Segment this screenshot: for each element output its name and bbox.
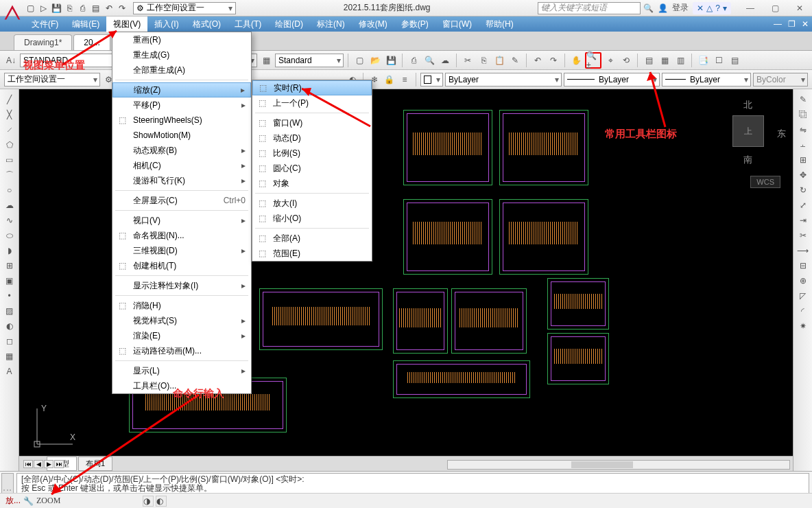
open-btn[interactable]: 📂: [368, 54, 382, 67]
tablestyle-icon[interactable]: ▦: [259, 54, 273, 67]
login-link[interactable]: 登录: [672, 2, 689, 14]
menu-item[interactable]: 漫游和飞行(K): [112, 173, 251, 188]
open-icon[interactable]: ▷: [38, 2, 49, 14]
menu-item[interactable]: 平移(P): [112, 97, 251, 113]
minimize-button[interactable]: —: [738, 0, 763, 16]
revcloud-icon[interactable]: ☁: [3, 198, 16, 212]
menu-item[interactable]: ShowMotion(M): [112, 128, 251, 143]
plot-btn[interactable]: ⎙: [407, 54, 420, 67]
menu-item[interactable]: ⬚范围(E): [252, 246, 372, 261]
scale-icon[interactable]: ⤢: [796, 198, 810, 212]
extend-icon[interactable]: ⟶: [796, 244, 810, 257]
new-icon[interactable]: ▢: [25, 2, 36, 14]
arc-icon[interactable]: ⌒: [3, 168, 16, 182]
standard-select[interactable]: Standard: [275, 54, 344, 67]
maximize-button[interactable]: ▢: [763, 0, 787, 16]
break-icon[interactable]: ⊟: [796, 259, 810, 273]
doc-close-button[interactable]: ✕: [798, 17, 812, 31]
linetype-select[interactable]: ByLayer: [564, 73, 660, 86]
stretch-icon[interactable]: ⇥: [796, 213, 810, 227]
menu-item[interactable]: ⬚比例(S): [252, 146, 372, 161]
match-btn[interactable]: ✎: [508, 54, 522, 67]
save-icon[interactable]: 💾: [51, 2, 62, 14]
saveas-icon[interactable]: ⎘: [64, 2, 75, 14]
viewcube[interactable]: 北 东 南 上: [710, 96, 786, 172]
hatch-icon[interactable]: ▨: [3, 304, 16, 318]
binoculars-icon[interactable]: 🔍: [643, 3, 654, 13]
color-select[interactable]: [420, 73, 443, 86]
status-toggle[interactable]: ◑: [143, 496, 154, 507]
polyline-icon[interactable]: ⟋: [3, 123, 16, 137]
status-toggles[interactable]: ◑ ◐: [143, 496, 167, 507]
exchange-icon[interactable]: ✕: [697, 3, 704, 13]
menu-item[interactable]: 缩放(Z): [112, 82, 251, 97]
fillet-icon[interactable]: ◜: [796, 304, 810, 318]
save-btn[interactable]: 💾: [384, 54, 398, 67]
status-toggle[interactable]: ◐: [156, 496, 167, 507]
menu-help[interactable]: 帮助(H): [479, 16, 521, 32]
menu-item[interactable]: ⬚命名视图(N)...: [112, 228, 251, 243]
menu-item[interactable]: 全屏显示(C)Ctrl+0: [112, 193, 251, 208]
menu-item[interactable]: ⬚动态(D): [252, 130, 372, 146]
menu-item[interactable]: 全部重生成(A): [112, 62, 251, 78]
cut-btn[interactable]: ✂: [461, 54, 475, 67]
menu-item[interactable]: ⬚缩小(O): [252, 211, 372, 226]
close-button[interactable]: ✕: [787, 0, 812, 16]
region-icon[interactable]: ◻: [3, 334, 16, 348]
line-icon[interactable]: ╱: [3, 93, 16, 106]
menu-item[interactable]: 显示注释性对象(I): [112, 278, 251, 293]
zoom-realtime-btn[interactable]: 🔍±: [585, 52, 601, 69]
block-icon[interactable]: ▣: [3, 274, 16, 288]
gradient-icon[interactable]: ◐: [3, 319, 16, 333]
explode-icon[interactable]: ✷: [796, 319, 810, 333]
menu-item[interactable]: ⬚消隐(H): [112, 298, 251, 313]
pan-btn[interactable]: ✋: [569, 54, 583, 67]
menu-item[interactable]: 动态观察(B): [112, 143, 251, 158]
menu-item[interactable]: ⬚全部(A): [252, 231, 372, 246]
sheet-tab-layout1[interactable]: 布局1: [78, 457, 112, 471]
zoom-prev-btn[interactable]: ⟲: [619, 54, 633, 67]
menu-insert[interactable]: 插入(I): [147, 16, 185, 32]
menu-item[interactable]: 视口(V): [112, 213, 251, 228]
plot-icon[interactable]: ▤: [90, 2, 102, 14]
menu-window[interactable]: 窗口(W): [435, 16, 479, 32]
wcs-badge[interactable]: WCS: [750, 176, 780, 188]
menu-view[interactable]: 视图(V): [106, 16, 147, 32]
new-btn[interactable]: ▢: [353, 54, 366, 67]
viewcube-face[interactable]: 上: [732, 115, 764, 147]
menu-item[interactable]: ⬚放大(I): [252, 196, 372, 211]
user-icon[interactable]: 👤: [658, 3, 668, 13]
a360-icon[interactable]: △: [706, 3, 713, 13]
paste-btn[interactable]: 📋: [492, 54, 506, 67]
markup-btn[interactable]: ☐: [712, 54, 726, 67]
sheetset-btn[interactable]: 📑: [696, 54, 710, 67]
print-icon[interactable]: ⎙: [77, 2, 88, 14]
menu-modify[interactable]: 修改(M): [352, 16, 394, 32]
menu-item[interactable]: 显示(L): [112, 363, 251, 378]
xline-icon[interactable]: ╳: [3, 108, 16, 122]
menu-dimension[interactable]: 标注(N): [310, 16, 352, 32]
workspace-selector[interactable]: ⚙工作空间设置一: [133, 2, 236, 14]
menu-item[interactable]: 相机(C): [112, 158, 251, 173]
h-scrollbar[interactable]: [447, 460, 790, 470]
join-icon[interactable]: ⊕: [796, 274, 810, 288]
properties-btn[interactable]: ▤: [642, 54, 656, 67]
workspace-select-2[interactable]: 工作空间设置一: [4, 73, 100, 86]
undo-btn[interactable]: ↶: [531, 54, 545, 67]
help-icon[interactable]: ?: [715, 3, 720, 13]
drawing-tab[interactable]: Drawing1*: [14, 34, 72, 50]
array-icon[interactable]: ⊞: [796, 153, 810, 167]
spline-icon[interactable]: ∿: [3, 213, 16, 227]
menu-item[interactable]: 重画(R): [112, 32, 251, 47]
menu-edit[interactable]: 编辑(E): [65, 16, 106, 32]
menu-parametric[interactable]: 参数(P): [394, 16, 435, 32]
rectangle-icon[interactable]: ▭: [3, 153, 16, 167]
menu-item[interactable]: ⬚窗口(W): [252, 115, 372, 130]
polygon-icon[interactable]: ⬠: [3, 138, 16, 152]
menu-tools[interactable]: 工具(T): [228, 16, 268, 32]
mirror-icon[interactable]: ⇋: [796, 123, 810, 137]
move-icon[interactable]: ✥: [796, 168, 810, 182]
menu-item[interactable]: 渲染(E): [112, 328, 251, 343]
zoom-window-btn[interactable]: ⌖: [604, 54, 617, 67]
mtext-icon[interactable]: A: [3, 365, 16, 378]
